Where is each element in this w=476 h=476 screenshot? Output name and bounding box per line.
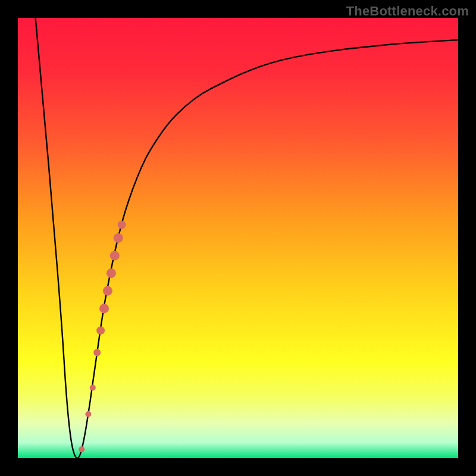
data-point [118,221,126,229]
data-point [107,268,116,278]
data-point [93,349,101,356]
plot-area [18,18,458,458]
data-point [79,446,84,452]
data-point [110,251,120,261]
data-point [96,326,105,334]
data-point [114,233,123,243]
data-point [99,303,109,313]
data-point [90,385,96,391]
chart-frame: TheBottleneck.com [0,0,476,476]
watermark-label: TheBottleneck.com [346,4,469,19]
data-point [103,286,112,296]
data-point [85,411,91,417]
gradient-background [18,18,458,458]
bottleneck-chart [18,18,458,458]
